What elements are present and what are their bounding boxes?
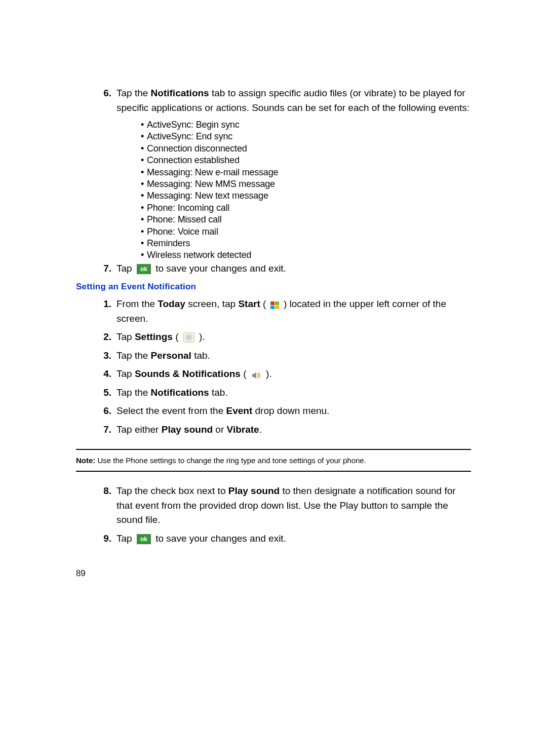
bold-text: Today: [158, 298, 185, 309]
bullet-dot: •: [138, 119, 147, 131]
settings-icon: [183, 332, 194, 343]
step-3: 3. Tap the Personal tab.: [97, 349, 471, 363]
step-body: Tap ok to save your changes and exit.: [116, 532, 471, 546]
bold-text: Settings: [135, 331, 173, 342]
step-number: 6.: [97, 86, 111, 101]
ordered-list-event: 1. From the Today screen, tap Start ( ) …: [97, 297, 471, 437]
step-1: 1. From the Today screen, tap Start ( ) …: [97, 297, 471, 326]
sounds-notifications-icon: [251, 370, 261, 379]
bullet-dot: •: [138, 238, 147, 249]
text: Tap: [116, 263, 135, 274]
text: .: [259, 424, 262, 435]
text: Tap either: [116, 424, 162, 435]
list-text: Messaging: New text message: [147, 190, 268, 202]
list-item: •Messaging: New MMS message: [138, 178, 471, 190]
list-text: Messaging: New e-mail message: [147, 167, 278, 178]
step-body: Tap the Personal tab.: [116, 349, 471, 363]
step-7: 7. Tap ok to save your changes and exit.: [97, 261, 471, 276]
bold-text: Notifications: [151, 88, 209, 98]
list-text: Phone: Voice mail: [147, 226, 218, 238]
text: From the: [116, 298, 158, 309]
list-item: •Phone: Voice mail: [138, 226, 471, 238]
ordered-list-after-note: 8. Tap the check box next to Play sound …: [97, 484, 471, 546]
list-item: •ActiveSync: Begin sync: [138, 119, 471, 131]
text: Tap: [116, 368, 135, 379]
step-number: 9.: [97, 532, 111, 546]
text: Select the event from the: [116, 405, 226, 416]
note-text: Use the Phone settings to change the rin…: [95, 456, 366, 465]
text: Tap: [116, 331, 135, 342]
list-text: Connection established: [147, 155, 240, 166]
step-6b: 6. Select the event from the Event drop …: [97, 404, 471, 419]
text: ).: [197, 331, 205, 342]
ok-button-icon: ok: [137, 264, 151, 274]
bullet-dot: •: [138, 214, 147, 225]
list-text: Phone: Missed call: [147, 214, 221, 225]
bullet-dot: •: [138, 167, 147, 178]
text: (: [173, 331, 181, 342]
manual-page: 6. Tap the Notifications tab to assign s…: [0, 0, 547, 756]
list-text: ActiveSync: End sync: [147, 131, 232, 142]
step-number: 3.: [97, 349, 111, 363]
text: Tap the: [116, 387, 151, 398]
step-number: 7.: [97, 423, 111, 437]
page-number: 89: [76, 569, 86, 579]
text: to save your changes and exit.: [153, 533, 286, 544]
text: (: [260, 298, 269, 309]
section-heading: Setting an Event Notification: [76, 282, 471, 292]
list-item: •ActiveSync: End sync: [138, 131, 471, 142]
text: drop down menu.: [252, 405, 329, 416]
svg-rect-2: [270, 306, 275, 309]
ordered-list-top: 6. Tap the Notifications tab to assign s…: [97, 86, 471, 276]
windows-start-icon: [270, 300, 280, 309]
text: to save your changes and exit.: [153, 263, 286, 274]
step-number: 2.: [97, 330, 111, 345]
list-item: •Wireless network detected: [138, 249, 471, 261]
step-number: 7.: [97, 261, 111, 276]
list-item: •Phone: Missed call: [138, 214, 471, 225]
step-body: Tap Sounds & Notifications ( ).: [116, 367, 471, 382]
bold-text: Event: [226, 405, 253, 416]
list-item: •Messaging: New text message: [138, 190, 471, 202]
list-text: Messaging: New MMS message: [147, 178, 275, 190]
list-text: Wireless network detected: [147, 249, 251, 261]
bullet-dot: •: [138, 226, 147, 238]
step-number: 1.: [97, 297, 111, 312]
bullet-dot: •: [138, 249, 147, 261]
step-5: 5. Tap the Notifications tab.: [97, 386, 471, 400]
bullet-dot: •: [138, 131, 147, 142]
step-body: Tap the Notifications tab to assign spec…: [116, 86, 471, 115]
bullet-dot: •: [138, 190, 147, 202]
step-body: Tap the Notifications tab.: [116, 386, 471, 400]
step-number: 5.: [97, 386, 111, 400]
bullet-dot: •: [138, 178, 147, 190]
bullet-list: •ActiveSync: Begin sync •ActiveSync: End…: [138, 119, 471, 261]
text: Tap the: [116, 88, 151, 98]
text: Tap: [116, 533, 135, 544]
note-label: Note:: [76, 456, 95, 465]
step-body: Select the event from the Event drop dow…: [116, 404, 471, 419]
step-body: Tap ok to save your changes and exit.: [116, 261, 471, 276]
bold-text: Start: [238, 298, 260, 309]
step-6: 6. Tap the Notifications tab to assign s…: [97, 86, 471, 115]
ok-button-icon: ok: [137, 534, 151, 544]
step-2: 2. Tap Settings ( ).: [97, 330, 471, 345]
bold-text: Sounds & Notifications: [135, 368, 241, 379]
step-8: 8. Tap the check box next to Play sound …: [97, 484, 471, 527]
bold-text: Play sound: [228, 485, 280, 496]
text: Tap the check box next to: [116, 485, 228, 496]
svg-rect-3: [275, 306, 279, 309]
list-text: Connection disconnected: [147, 143, 247, 155]
svg-rect-0: [270, 301, 275, 305]
note-box: Note: Use the Phone settings to change t…: [76, 449, 471, 472]
step-body: Tap either Play sound or Vibrate.: [116, 423, 471, 437]
step-body: From the Today screen, tap Start ( ) loc…: [116, 297, 471, 326]
text: tab.: [191, 350, 210, 361]
bold-text: Play sound: [162, 424, 213, 435]
bullet-dot: •: [138, 143, 147, 155]
text: or: [213, 424, 226, 435]
list-text: Reminders: [147, 238, 190, 249]
step-body: Tap Settings ( ).: [116, 330, 471, 345]
bold-text: Notifications: [151, 387, 209, 398]
bullet-dot: •: [138, 155, 147, 166]
